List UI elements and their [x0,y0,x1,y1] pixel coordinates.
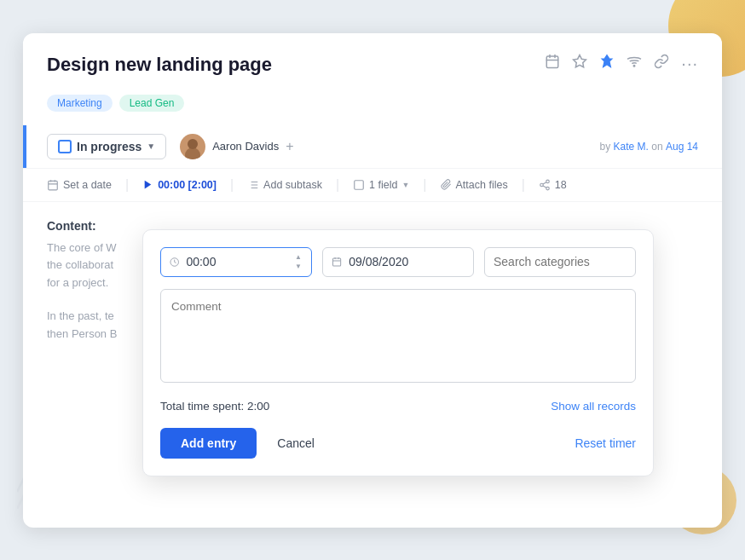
time-increment[interactable]: ▲ [294,253,303,262]
comment-textarea[interactable] [160,289,636,383]
status-label: In progress [77,140,141,153]
date-input[interactable] [349,255,465,268]
pin-icon[interactable] [599,54,615,73]
toolbar-field-chevron: ▼ [401,181,409,189]
time-input[interactable] [186,255,287,268]
share-icon [539,179,551,191]
toolbar-attach-label: Attach files [456,179,508,191]
toolbar-count: 18 [555,179,567,191]
status-left: In progress ▼ Aaron Davids + [47,134,294,159]
tag-marketing[interactable]: Marketing [47,95,113,112]
svg-point-5 [634,65,636,66]
toolbar-timer[interactable]: 00:00 [2:00] [130,179,228,191]
toolbar-field-label: 1 field [369,179,397,191]
svg-line-21 [543,185,546,187]
status-badge[interactable]: In progress ▼ [47,134,166,159]
task-card: Design new landing page [23,33,722,528]
status-checkbox [58,140,72,153]
svg-rect-0 [547,56,559,68]
star-icon[interactable] [572,54,587,73]
svg-marker-10 [145,181,152,189]
reset-timer-button[interactable]: Reset timer [575,436,636,450]
toolbar-field[interactable]: 1 field ▼ [341,179,421,191]
svg-marker-4 [574,55,586,66]
time-input-wrap[interactable]: ▲ ▼ [160,247,312,277]
card-body: Content: The core of Wthe collaboratfor … [23,202,722,509]
link-icon[interactable] [654,54,669,73]
svg-rect-6 [49,181,58,190]
status-row: In progress ▼ Aaron Davids + by Kate M. … [23,125,698,168]
tags-row: Marketing Lead Gen [47,95,698,112]
time-inputs-row: ▲ ▼ [160,247,636,277]
toolbar-add-subtask[interactable]: Add subtask [235,179,334,191]
tag-leadgen[interactable]: Lead Gen [119,95,185,112]
add-assignee-button[interactable]: + [286,139,293,154]
svg-point-19 [540,183,544,187]
header-actions: ··· [545,54,698,73]
time-modal: ▲ ▼ Total time spent: 2:00 [142,229,654,476]
cancel-button[interactable]: Cancel [270,428,321,459]
toolbar-share[interactable]: 18 [527,179,579,191]
toolbar-set-date[interactable]: Set a date [47,179,124,191]
toolbar-attach[interactable]: Attach files [429,179,520,191]
created-by: by Kate M. on Aug 14 [600,141,698,153]
search-categories-input[interactable] [494,255,627,268]
svg-rect-24 [333,258,341,266]
total-time-label: Total time spent: 2:00 [160,400,269,413]
creator-name: Kate M. [614,141,649,153]
field-icon [353,179,365,191]
status-chevron: ▼ [147,141,155,151]
play-icon [142,179,153,190]
toolbar-timer-label: 00:00 [2:00] [158,179,217,191]
add-entry-button[interactable]: Add entry [160,428,257,459]
toolbar: Set a date | 00:00 [2:00] | Add subtask … [23,168,722,202]
clock-icon [170,256,179,268]
subtask-icon [247,179,259,191]
assignee-row: Aaron Davids + [180,134,293,159]
show-all-records-button[interactable]: Show all records [551,400,636,413]
avatar [180,134,205,159]
assignee-name: Aaron Davids [212,140,279,153]
time-spinners: ▲ ▼ [294,253,303,271]
toolbar-set-date-label: Set a date [63,179,112,191]
time-footer: Total time spent: 2:00 Show all records [160,400,636,413]
created-date: Aug 14 [666,141,698,153]
category-input-wrap[interactable] [484,247,636,277]
action-row: Add entry Cancel Reset timer [160,428,636,459]
more-icon[interactable]: ··· [681,54,698,73]
signal-icon[interactable] [627,54,642,73]
calendar-icon[interactable] [545,54,560,73]
time-decrement[interactable]: ▼ [294,263,303,271]
attach-icon [441,179,452,190]
svg-line-22 [543,182,546,183]
toolbar-subtask-label: Add subtask [263,179,322,191]
svg-point-18 [546,180,550,183]
task-title: Design new landing page [47,54,272,76]
calendar-small-icon [47,179,59,191]
svg-rect-17 [355,180,364,189]
date-icon [332,256,342,268]
date-input-wrap[interactable] [322,247,474,277]
card-header: Design new landing page [23,33,722,112]
svg-point-20 [546,187,550,190]
